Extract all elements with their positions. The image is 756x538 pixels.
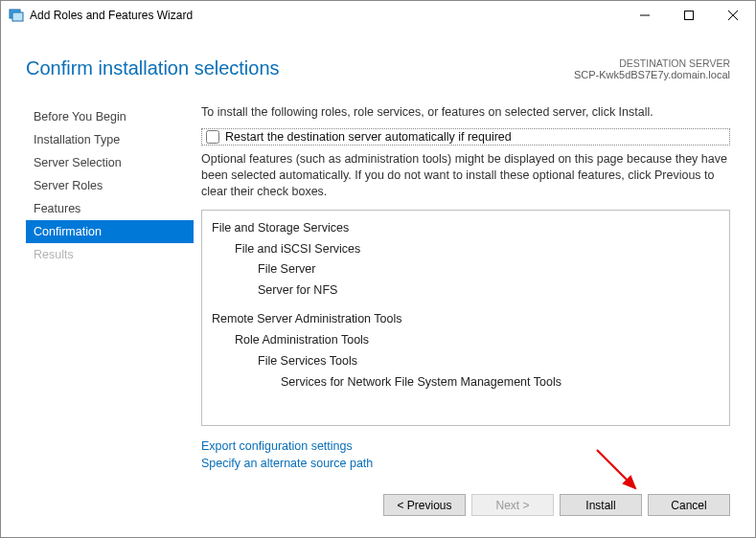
tree-item: File and Storage Services: [212, 218, 720, 239]
tree-item: Server for NFS: [212, 280, 720, 302]
intro-text: To install the following roles, role ser…: [201, 105, 730, 119]
header: Confirm installation selections DESTINAT…: [9, 36, 747, 88]
cancel-button[interactable]: Cancel: [648, 494, 730, 516]
close-button[interactable]: [711, 1, 755, 30]
tree-gap: [212, 302, 720, 309]
page-title: Confirm installation selections: [26, 57, 574, 79]
window-title: Add Roles and Features Wizard: [30, 9, 623, 22]
tree-item: Remote Server Administration Tools: [212, 309, 720, 330]
destination-server-info: DESTINATION SERVER SCP-Kwk5dBS7E7y.domai…: [574, 57, 730, 80]
tree-item: File and iSCSI Services: [212, 239, 720, 260]
optional-features-note: Optional features (such as administratio…: [201, 151, 730, 200]
tree-item: Role Administration Tools: [212, 330, 720, 351]
svg-rect-3: [685, 11, 694, 20]
svg-rect-1: [12, 12, 23, 21]
restart-checkbox[interactable]: [206, 130, 219, 144]
links: Export configuration settings Specify an…: [201, 437, 730, 474]
content: Confirm installation selections DESTINAT…: [8, 36, 748, 530]
sidebar-item-confirmation[interactable]: Confirmation: [26, 220, 194, 243]
next-button: Next >: [471, 494, 554, 516]
app-icon: [9, 8, 24, 23]
wizard-window: Add Roles and Features Wizard Confirm in…: [0, 0, 756, 538]
footer: < Previous Next > Install Cancel: [9, 481, 747, 529]
titlebar: Add Roles and Features Wizard: [1, 1, 755, 30]
sidebar-item-server-roles[interactable]: Server Roles: [26, 174, 194, 197]
sidebar: Before You Begin Installation Type Serve…: [26, 96, 194, 481]
minimize-button[interactable]: [623, 1, 667, 30]
titlebar-controls: [623, 1, 755, 30]
sidebar-item-installation-type[interactable]: Installation Type: [26, 128, 194, 151]
tree-item: File Services Tools: [212, 351, 720, 372]
restart-checkbox-row[interactable]: Restart the destination server automatic…: [201, 128, 730, 146]
tree-item: Services for Network File System Managem…: [212, 372, 720, 393]
tree-item: File Server: [212, 259, 720, 280]
install-button[interactable]: Install: [560, 494, 642, 516]
main-panel: To install the following roles, role ser…: [194, 96, 730, 481]
body: Before You Begin Installation Type Serve…: [9, 88, 747, 481]
sidebar-item-features[interactable]: Features: [26, 197, 194, 220]
restart-checkbox-label: Restart the destination server automatic…: [225, 130, 512, 144]
sidebar-item-server-selection[interactable]: Server Selection: [26, 151, 194, 174]
destination-server-label: DESTINATION SERVER: [574, 57, 730, 69]
export-config-link[interactable]: Export configuration settings: [201, 437, 730, 456]
previous-button[interactable]: < Previous: [383, 494, 466, 516]
sidebar-item-results: Results: [26, 243, 194, 266]
sidebar-item-before-you-begin[interactable]: Before You Begin: [26, 105, 194, 128]
alternate-source-link[interactable]: Specify an alternate source path: [201, 455, 730, 473]
selections-tree[interactable]: File and Storage Services File and iSCSI…: [201, 210, 730, 426]
maximize-button[interactable]: [667, 1, 711, 30]
destination-server-name: SCP-Kwk5dBS7E7y.domain.local: [574, 69, 730, 80]
